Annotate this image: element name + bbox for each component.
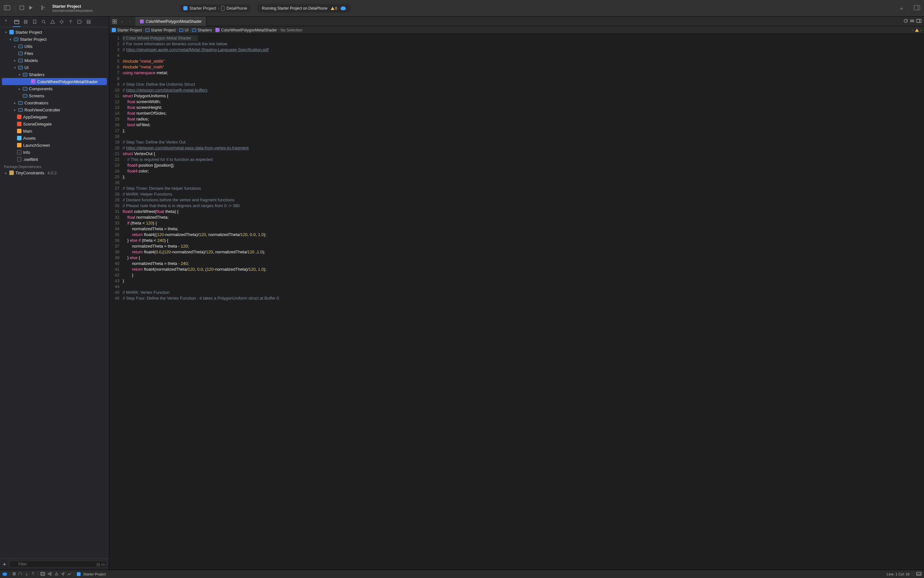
- app-icon: [112, 28, 116, 32]
- tree-file[interactable]: iInfo: [0, 149, 109, 156]
- related-items-icon[interactable]: [111, 18, 118, 25]
- breadcrumb-item[interactable]: Shaders: [192, 28, 212, 32]
- code-editor[interactable]: 1// Color Wheel Polygon Metal Shader2// …: [109, 34, 924, 570]
- sidebar-toggle-icon[interactable]: [4, 5, 10, 11]
- debug-tab[interactable]: [67, 19, 75, 25]
- process-name[interactable]: Starter Project: [83, 572, 105, 576]
- tree-root[interactable]: ▾ Starter Project: [0, 29, 109, 36]
- package-item[interactable]: ▸ TinyConstraints 4.0.2: [0, 169, 109, 176]
- back-icon[interactable]: ‹: [119, 18, 126, 25]
- metrics-icon[interactable]: [67, 572, 71, 576]
- debug-view-icon[interactable]: [41, 572, 45, 576]
- file-tree: ▾ Starter Project ▾ Starter Project ▸Uti…: [0, 27, 109, 559]
- tree-folder[interactable]: ▸Models: [0, 57, 109, 64]
- warning-count: 6: [335, 6, 337, 11]
- filter-input[interactable]: [9, 561, 107, 568]
- chevron-right-icon[interactable]: ▸: [13, 108, 17, 112]
- scheme-name: Starter Project: [190, 6, 216, 11]
- tree-file[interactable]: Assets: [0, 135, 109, 141]
- recent-filter-icon[interactable]: ◷: [96, 562, 100, 567]
- step-into-icon[interactable]: [31, 572, 35, 576]
- tree-folder[interactable]: ▸Coordinators: [0, 99, 109, 106]
- run-button[interactable]: [29, 5, 33, 11]
- chevron-right-icon[interactable]: ▸: [17, 87, 21, 91]
- library-icon[interactable]: [914, 5, 920, 11]
- tree-file[interactable]: LaunchScreen: [0, 141, 109, 149]
- chevron-right-icon[interactable]: ▸: [13, 45, 17, 48]
- continue-icon[interactable]: [18, 572, 22, 576]
- issues-tab[interactable]: [49, 19, 57, 25]
- tree-label: UI: [24, 65, 29, 70]
- split-editor-icon[interactable]: [916, 19, 921, 24]
- tree-label: Utils: [24, 44, 32, 49]
- chevron-right-icon[interactable]: ▸: [13, 101, 17, 105]
- prev-issue-icon[interactable]: ‹: [913, 28, 914, 32]
- pause-icon[interactable]: [13, 572, 16, 576]
- env-overrides-icon[interactable]: [55, 572, 58, 576]
- tree-folder[interactable]: ▸Files: [0, 50, 109, 57]
- svg-line-13: [44, 23, 45, 24]
- breadcrumb-item[interactable]: UI: [179, 28, 188, 32]
- tree-file[interactable]: SceneDelegate: [0, 120, 109, 127]
- bookmark-tab[interactable]: [31, 19, 39, 25]
- warning-icon: [331, 7, 334, 10]
- tree-folder[interactable]: ▸RootViewController: [0, 106, 109, 114]
- chevron-down-icon[interactable]: ▾: [4, 31, 8, 34]
- tree-folder[interactable]: ▸Components: [0, 85, 109, 92]
- chevron-right-icon[interactable]: ▸: [13, 59, 17, 62]
- cloud-icon[interactable]: [340, 6, 346, 10]
- project-name: Starter Project: [52, 4, 93, 9]
- svg-rect-22: [115, 22, 117, 23]
- next-issue-icon[interactable]: ›: [920, 28, 921, 32]
- tests-tab[interactable]: [58, 19, 65, 25]
- chevron-down-icon[interactable]: ▾: [4, 19, 8, 22]
- folder-icon: [18, 59, 23, 62]
- breadcrumb-item[interactable]: Starter Project: [112, 28, 142, 32]
- find-tab[interactable]: [40, 19, 47, 25]
- svg-rect-0: [4, 5, 10, 10]
- tree-folder[interactable]: ▸Screens: [0, 92, 109, 99]
- chevron-down-icon[interactable]: ▾: [13, 66, 17, 69]
- scm-filter-icon[interactable]: ▭: [101, 562, 105, 567]
- step-over-icon[interactable]: [25, 572, 29, 576]
- add-tab-icon[interactable]: ＋: [899, 5, 905, 12]
- svg-rect-20: [115, 19, 117, 21]
- tree-file[interactable]: AppDelegate: [0, 114, 109, 120]
- warning-icon[interactable]: [915, 29, 919, 32]
- assets-icon: [17, 136, 21, 140]
- stop-button[interactable]: [19, 5, 24, 11]
- forward-icon[interactable]: ›: [126, 18, 134, 25]
- refresh-icon[interactable]: [903, 19, 908, 24]
- breakpoints-tab[interactable]: [76, 19, 83, 25]
- console-toggle-icon[interactable]: [916, 572, 921, 576]
- breadcrumb-item[interactable]: ColorWheelPolygonMetalShader: [216, 28, 277, 32]
- add-button[interactable]: ＋: [2, 561, 7, 568]
- breadcrumb-no-selection[interactable]: No Selection: [280, 28, 302, 32]
- reports-tab[interactable]: [85, 19, 92, 25]
- chevron-down-icon[interactable]: ▾: [8, 37, 12, 41]
- chevron-down-icon[interactable]: ▾: [17, 73, 21, 76]
- editor-tab-active[interactable]: ColorWheelPolygonMetalShader: [136, 17, 206, 26]
- activity-status: Running Starter Project on DelaPhone 6: [258, 4, 350, 13]
- tree-file[interactable]: .swiftlint: [0, 156, 109, 163]
- scheme-icon[interactable]: [40, 5, 45, 11]
- breadcrumb-item[interactable]: Starter Project: [146, 28, 176, 32]
- tree-folder[interactable]: ▾ Starter Project: [0, 36, 109, 43]
- tree-file-selected[interactable]: ▸ColorWheelPolygonMetalShader: [2, 78, 107, 85]
- tree-folder[interactable]: ▸Utils: [0, 43, 109, 50]
- chevron-right-icon[interactable]: ▸: [4, 171, 8, 175]
- svg-rect-29: [15, 572, 15, 575]
- warning-badge[interactable]: 6: [331, 6, 337, 11]
- debug-toggle[interactable]: [3, 573, 7, 576]
- source-control-tab[interactable]: [22, 19, 29, 25]
- location-icon[interactable]: [61, 572, 65, 576]
- svg-rect-6: [914, 5, 920, 10]
- tree-folder[interactable]: ▾Shaders: [0, 71, 109, 78]
- adjust-editor-icon[interactable]: [910, 19, 914, 24]
- project-navigator-tab[interactable]: [13, 19, 21, 25]
- folder-icon: [179, 29, 183, 32]
- memory-graph-icon[interactable]: [47, 572, 52, 576]
- tree-folder[interactable]: ▾UI: [0, 64, 109, 71]
- scheme-selector[interactable]: Starter Project › DelaPhone: [180, 5, 250, 12]
- tree-file[interactable]: Main: [0, 127, 109, 135]
